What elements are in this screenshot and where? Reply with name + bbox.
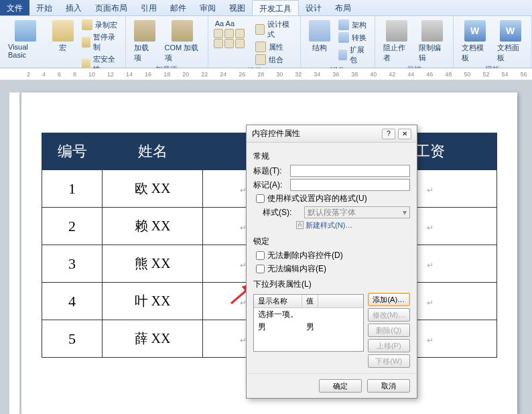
vb-label: Visual Basic xyxy=(8,43,43,59)
addins-button[interactable]: 加载项 xyxy=(131,19,158,64)
addin-label: 加载项 xyxy=(134,43,155,63)
addin-icon xyxy=(134,20,155,42)
vertical-ruler[interactable] xyxy=(9,92,20,414)
move-up-button[interactable]: 上移(P) xyxy=(368,339,411,352)
block-icon xyxy=(386,20,407,42)
table-cell[interactable]: 熊 XX xyxy=(103,245,203,283)
ribbon-body: Visual Basic 宏 录制宏 暂停录制 宏安全性 代码 加载项 COM … xyxy=(0,16,532,68)
use-style-checkbox[interactable] xyxy=(256,194,265,203)
tab-file[interactable]: 文件 xyxy=(0,0,29,15)
ctrl-icon5[interactable] xyxy=(224,39,234,48)
table-cell[interactable]: 2 xyxy=(42,208,103,245)
transform-button[interactable]: 转换 xyxy=(337,31,369,44)
table-cell[interactable]: 欧 XX xyxy=(103,170,203,208)
add-button[interactable]: 添加(A)… xyxy=(368,293,411,306)
group-protect: 阻止作者 限制编辑 保护 xyxy=(375,16,454,68)
visual-basic-button[interactable]: Visual Basic xyxy=(5,19,46,60)
help-button[interactable]: ? xyxy=(382,129,395,139)
tmpl-icon xyxy=(464,20,486,42)
properties-button[interactable]: 属性 xyxy=(254,41,295,53)
table-cell[interactable]: 4 xyxy=(42,283,103,320)
tab-view[interactable]: 视图 xyxy=(222,0,252,15)
ctrl-icon1[interactable] xyxy=(214,29,223,38)
restrict-label: 限制编辑 xyxy=(419,43,445,63)
cancel-button[interactable]: 取消 xyxy=(367,379,410,393)
design-mode-button[interactable]: 设计模式 xyxy=(254,19,295,40)
group-button[interactable]: 组合 xyxy=(254,54,295,66)
style-label: 样式(S): xyxy=(263,207,300,218)
move-down-button[interactable]: 下移(W) xyxy=(368,354,411,368)
design-label: 设计模式 xyxy=(267,19,293,40)
table-cell[interactable]: 薛 XX xyxy=(103,320,203,358)
no-delete-checkbox[interactable] xyxy=(256,251,265,260)
ok-button[interactable]: 确定 xyxy=(319,379,362,393)
macros-button[interactable]: 宏 xyxy=(50,19,76,54)
list-item[interactable]: 男男 xyxy=(254,321,363,334)
close-button[interactable]: ✕ xyxy=(398,129,411,139)
dialog-title: 内容控件属性 xyxy=(252,128,300,139)
use-style-label: 使用样式设置内容的格式(U) xyxy=(267,193,367,204)
delete-button[interactable]: 删除(Q) xyxy=(368,324,411,337)
ctrl-icon2[interactable] xyxy=(224,29,234,38)
tab-insert[interactable]: 插入 xyxy=(59,0,88,15)
table-cell[interactable]: 1 xyxy=(42,170,103,208)
record-macro-button[interactable]: 录制宏 xyxy=(80,19,120,31)
dropdown-props-label: 下拉列表属性(L) xyxy=(253,279,410,290)
dialog-titlebar[interactable]: 内容控件属性 ? ✕ xyxy=(247,125,417,143)
tab-developer[interactable]: 开发工具 xyxy=(252,0,299,15)
tab-references[interactable]: 引用 xyxy=(134,0,163,15)
table-cell[interactable]: 3 xyxy=(42,245,103,283)
tag-input[interactable] xyxy=(290,179,410,191)
ctrl-icon6[interactable] xyxy=(235,39,245,48)
doc-panel-button[interactable]: 文档面板 xyxy=(494,19,526,64)
modify-button[interactable]: 修改(M)… xyxy=(368,308,411,322)
ctrl-icon3[interactable] xyxy=(235,29,245,38)
table-cell[interactable]: 5 xyxy=(42,320,103,358)
table-cell[interactable]: 叶 XX xyxy=(103,283,203,320)
title-input[interactable] xyxy=(290,165,410,177)
horizontal-ruler[interactable]: 2468101214161820222426283032343638404244… xyxy=(0,68,532,80)
general-section-label: 常规 xyxy=(253,151,410,162)
dropdown-list[interactable]: 显示名称 值 选择一项。男男 xyxy=(253,294,364,352)
tab-review[interactable]: 审阅 xyxy=(193,0,222,15)
lock-section-label: 锁定 xyxy=(253,236,410,247)
tab-design[interactable]: 设计 xyxy=(299,0,328,15)
no-edit-checkbox[interactable] xyxy=(256,265,265,273)
schema-button[interactable]: 架构 xyxy=(337,19,369,31)
schema-icon xyxy=(338,19,349,30)
th-name: 姓名 xyxy=(103,133,203,170)
tmpl-label: 文档模板 xyxy=(462,43,488,63)
panel-label: 文档面板 xyxy=(497,43,523,63)
controls-gallery[interactable]: Aa Aa xyxy=(214,19,250,28)
no-edit-label: 无法编辑内容(E) xyxy=(267,263,326,275)
tab-home[interactable]: 开始 xyxy=(29,0,59,15)
doc-template-button[interactable]: 文档模板 xyxy=(459,19,490,64)
expand-icon xyxy=(338,50,347,60)
com-label: COM 加载项 xyxy=(165,43,200,63)
tab-layout[interactable]: 布局 xyxy=(328,0,358,15)
new-style-link: 🄰 新建样式(N)… xyxy=(296,220,410,230)
record-icon xyxy=(82,19,92,30)
table-cell[interactable]: 赖 XX xyxy=(103,208,203,245)
block-label: 阻止作者 xyxy=(383,43,409,63)
pause-recording-button[interactable]: 暂停录制 xyxy=(80,31,120,53)
prop-icon xyxy=(255,42,266,52)
title-label: 标题(T): xyxy=(253,165,286,177)
expansion-button[interactable]: 扩展包 xyxy=(337,44,369,66)
th-id: 编号 xyxy=(42,133,103,170)
list-item[interactable]: 选择一项。 xyxy=(254,308,363,321)
group-addins: 加载项 COM 加载项 加载项 xyxy=(126,16,208,68)
tab-page-layout[interactable]: 页面布局 xyxy=(88,0,134,15)
block-authors-button[interactable]: 阻止作者 xyxy=(381,19,412,64)
restrict-editing-button[interactable]: 限制编辑 xyxy=(416,19,448,64)
col-value: 值 xyxy=(302,295,318,307)
group-template: 文档模板 文档面板 模板 xyxy=(454,16,532,68)
structure-button[interactable]: 结构 xyxy=(306,19,333,54)
new-style-label: 新建样式(N)… xyxy=(306,221,352,229)
ctrl-icon4[interactable] xyxy=(214,39,223,48)
content-control-properties-dialog: 内容控件属性 ? ✕ 常规 标题(T): 标记(A): 使用样式设置内容的格式(… xyxy=(246,125,417,399)
com-addins-button[interactable]: COM 加载项 xyxy=(162,19,202,64)
tab-mailings[interactable]: 邮件 xyxy=(163,0,193,15)
group-btn-label: 组合 xyxy=(269,55,283,65)
group-code: Visual Basic 宏 录制宏 暂停录制 宏安全性 代码 xyxy=(0,16,126,68)
